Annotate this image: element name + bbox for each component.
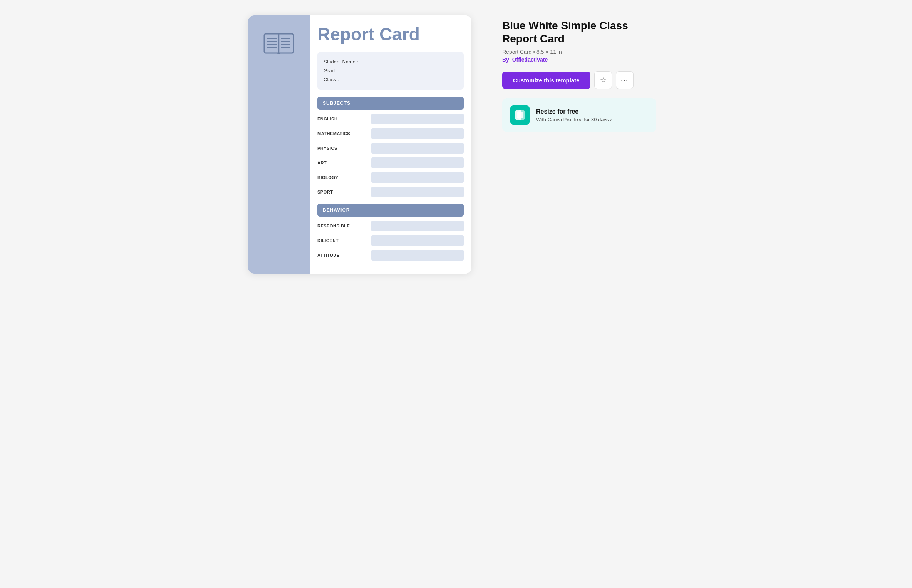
template-title: Blue White Simple Class Report Card bbox=[502, 19, 664, 45]
subject-label: PHYSICS bbox=[317, 146, 367, 150]
subject-art: ART bbox=[317, 157, 464, 168]
subject-label: MATHEMATICS bbox=[317, 131, 367, 136]
resize-text: Resize for free With Canva Pro, free for… bbox=[536, 108, 612, 122]
template-author: By Offledactivate bbox=[502, 57, 664, 63]
book-icon bbox=[263, 31, 294, 56]
resize-title: Resize for free bbox=[536, 108, 612, 115]
more-options-button[interactable]: ··· bbox=[616, 71, 634, 89]
preview-area: Report Card Student Name : Grade : Class… bbox=[248, 15, 471, 274]
subject-mathematics: MATHEMATICS bbox=[317, 128, 464, 139]
subject-bar bbox=[371, 187, 464, 197]
subject-label: ART bbox=[317, 160, 367, 165]
info-panel: Blue White Simple Class Report Card Repo… bbox=[502, 15, 664, 132]
behavior-bar bbox=[371, 250, 464, 261]
subject-biology: BIOLOGY bbox=[317, 172, 464, 183]
subject-bar bbox=[371, 114, 464, 124]
behavior-label: RESPONSIBLE bbox=[317, 224, 367, 228]
customize-button[interactable]: Customize this template bbox=[502, 72, 590, 89]
behavior-bar bbox=[371, 235, 464, 246]
subject-bar bbox=[371, 172, 464, 183]
more-icon: ··· bbox=[621, 76, 629, 85]
subject-sport: SPORT bbox=[317, 187, 464, 197]
action-row: Customize this template ☆ ··· bbox=[502, 71, 664, 89]
behavior-responsible: RESPONSIBLE bbox=[317, 220, 464, 231]
behavior-header: BEHAVIOR bbox=[317, 204, 464, 217]
canva-pro-icon-wrap bbox=[510, 105, 530, 125]
report-card: Report Card Student Name : Grade : Class… bbox=[248, 15, 471, 274]
author-name: Offledactivate bbox=[512, 57, 548, 63]
subject-label: BIOLOGY bbox=[317, 175, 367, 180]
behavior-section: BEHAVIOR RESPONSIBLE DILIGENT ATTITUDE bbox=[317, 204, 464, 261]
subject-english: ENGLISH bbox=[317, 114, 464, 124]
behavior-attitude: ATTITUDE bbox=[317, 250, 464, 261]
behavior-label: ATTITUDE bbox=[317, 253, 367, 257]
canva-pro-icon bbox=[514, 109, 526, 121]
report-card-content: Report Card Student Name : Grade : Class… bbox=[310, 15, 471, 274]
report-card-title: Report Card bbox=[317, 25, 464, 44]
subject-label: ENGLISH bbox=[317, 117, 367, 121]
resize-card[interactable]: Resize for free With Canva Pro, free for… bbox=[502, 98, 656, 132]
behavior-bar bbox=[371, 220, 464, 231]
author-prefix: By bbox=[502, 57, 509, 63]
grade-field: Grade : bbox=[324, 66, 458, 75]
subjects-header: SUBJECTS bbox=[317, 97, 464, 110]
svg-rect-12 bbox=[517, 112, 523, 118]
class-field: Class : bbox=[324, 75, 458, 84]
report-card-sidebar bbox=[248, 15, 310, 274]
behavior-diligent: DILIGENT bbox=[317, 235, 464, 246]
subject-physics: PHYSICS bbox=[317, 143, 464, 154]
star-button[interactable]: ☆ bbox=[594, 71, 612, 89]
subject-bar bbox=[371, 157, 464, 168]
subject-label: SPORT bbox=[317, 190, 367, 194]
star-icon: ☆ bbox=[600, 76, 606, 84]
behavior-label: DILIGENT bbox=[317, 238, 367, 243]
subject-bar bbox=[371, 128, 464, 139]
info-box: Student Name : Grade : Class : bbox=[317, 52, 464, 90]
template-meta: Report Card • 8.5 × 11 in bbox=[502, 49, 664, 55]
resize-desc: With Canva Pro, free for 30 days › bbox=[536, 117, 612, 122]
subject-bar bbox=[371, 143, 464, 154]
student-name-field: Student Name : bbox=[324, 57, 458, 66]
